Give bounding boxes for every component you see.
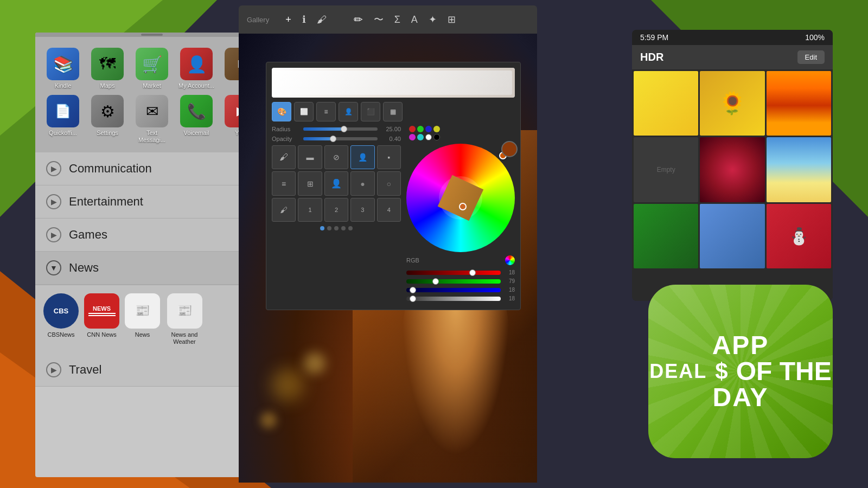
drawing-canvas[interactable]: 🎨 ⬜ ≡ 👤 ⬛ ▦ Radius 25.0 xyxy=(239,34,537,483)
grid-tool-btn[interactable]: ▦ xyxy=(383,102,403,121)
color-swatch[interactable] xyxy=(501,141,518,157)
layers-icon[interactable]: ⊞ xyxy=(448,14,456,25)
radius-label: Radius xyxy=(272,126,299,132)
photo-cell[interactable] xyxy=(767,71,831,136)
brush-cell[interactable]: 🖌 xyxy=(272,198,296,222)
app-deal-text: APP DEAL $ OF THE DAY xyxy=(649,332,831,410)
gallery-label: Gallery xyxy=(247,16,269,24)
app-deal-line1: APP xyxy=(649,332,831,358)
category-games[interactable]: ▶ Games xyxy=(35,219,269,252)
app-voicemail[interactable]: 📞 Voicemail xyxy=(177,95,216,144)
chevron-down-icon: ▼ xyxy=(46,260,61,275)
color-wheel[interactable] xyxy=(406,144,515,252)
add-icon[interactable]: + xyxy=(285,14,291,25)
sigma-icon[interactable]: Σ xyxy=(394,14,400,25)
brush-icon[interactable]: 🖌 xyxy=(317,14,327,25)
rgb-b-row: 18 xyxy=(406,287,515,293)
color-picker-panel: 🎨 ⬜ ≡ 👤 ⬛ ▦ Radius 25.0 xyxy=(266,62,521,310)
rgb-b-slider[interactable] xyxy=(406,288,501,292)
paint-tool-btn[interactable]: 🎨 xyxy=(272,102,291,121)
rgb-sliders: 18 79 18 xyxy=(406,269,515,304)
brush-cell[interactable]: ▪ xyxy=(377,145,401,169)
ios-photos-panel: 5:59 PM 100% HDR Edit 🌻 Empty xyxy=(632,30,833,301)
brush-cell-selected[interactable]: 👤 xyxy=(350,145,374,169)
photo-cell-empty[interactable]: Empty xyxy=(634,137,698,202)
brush-cell[interactable]: 1 xyxy=(298,198,322,222)
tool-buttons-row: 🎨 ⬜ ≡ 👤 ⬛ ▦ xyxy=(272,102,515,121)
brush-cell[interactable]: ● xyxy=(350,171,374,195)
app-market[interactable]: 🛒 Market xyxy=(132,48,171,89)
category-entertainment[interactable]: ▶ Entertainment xyxy=(35,185,269,219)
brush-cell[interactable]: 3 xyxy=(350,198,374,222)
brush-cell[interactable]: 2 xyxy=(324,198,348,222)
drawing-app-panel: Gallery + ℹ 🖌 ✏ 〜 Σ A ✦ ⊞ xyxy=(239,5,537,483)
rgb-r-slider[interactable] xyxy=(406,271,501,275)
news-apps-row: CBS CBSNews NEWS CNN News 📰 News xyxy=(35,285,269,354)
app-text-messaging[interactable]: ✉ Text Messagi... xyxy=(132,95,171,144)
chevron-right-icon: ▶ xyxy=(46,362,61,377)
brush-cell[interactable]: ○ xyxy=(377,171,401,195)
brush-cell[interactable]: 🖌 xyxy=(272,145,296,169)
rgb-g-value: 79 xyxy=(504,278,515,284)
opacity-slider-track[interactable] xyxy=(303,137,378,140)
brush-grid: 🖌 ▬ ⊘ 👤 ▪ ≡ ⊞ 👤 ● ○ 🖌 1 2 xyxy=(272,145,401,222)
brush-cell[interactable]: ▬ xyxy=(298,145,322,169)
ios-header-title: HDR xyxy=(640,51,663,63)
color-center-dot[interactable] xyxy=(459,203,467,210)
app-deal-line4: DAY xyxy=(649,384,831,410)
opacity-label: Opacity xyxy=(272,136,299,142)
brush-cell[interactable]: ≡ xyxy=(272,171,296,195)
app-news-weather[interactable]: 📰 News and Weather xyxy=(165,293,203,345)
rgb-a-slider[interactable] xyxy=(406,297,501,301)
person-tool-btn[interactable]: 👤 xyxy=(339,102,358,121)
ios-status-bar: 5:59 PM 100% xyxy=(632,30,833,45)
photo-cell[interactable] xyxy=(700,137,764,202)
color-mode-btn[interactable] xyxy=(505,255,515,265)
app-settings[interactable]: ⚙ Settings xyxy=(88,95,127,144)
curve-icon[interactable]: 〜 xyxy=(374,13,384,26)
pencil-icon[interactable]: ✏ xyxy=(354,13,363,26)
app-deal-badge[interactable]: APP DEAL $ OF THE DAY xyxy=(648,285,833,458)
opacity-slider-row: Opacity 0.40 xyxy=(272,136,401,142)
ios-time: 5:59 PM xyxy=(640,33,668,42)
stamp-tool-btn[interactable]: ⬜ xyxy=(294,102,314,121)
photo-cell[interactable] xyxy=(767,137,831,202)
app-deal-middle-row: DEAL $ OF THE xyxy=(649,358,831,384)
rgb-r-value: 18 xyxy=(504,269,515,275)
star-icon[interactable]: ✦ xyxy=(429,14,437,25)
photo-cell[interactable]: ⛄ xyxy=(767,204,831,268)
app-deal-line3: OF THE xyxy=(736,358,832,384)
app-maps[interactable]: 🗺 Maps xyxy=(88,48,127,89)
text-list-btn[interactable]: ≡ xyxy=(316,102,336,121)
app-quickoffice[interactable]: 📄 Quickoffi... xyxy=(43,95,82,144)
ios-edit-button[interactable]: Edit xyxy=(797,50,825,64)
photo-cell[interactable] xyxy=(634,204,698,268)
opacity-value: 0.40 xyxy=(382,136,401,142)
picker-right: RGB 18 xyxy=(406,126,515,304)
brush-cell[interactable]: ⊞ xyxy=(298,171,322,195)
app-kindle[interactable]: 📚 Kindle xyxy=(43,48,82,89)
info-icon[interactable]: ℹ xyxy=(302,14,306,25)
app-cbsnews[interactable]: CBS CBSNews xyxy=(43,293,79,345)
frame-tool-btn[interactable]: ⬛ xyxy=(361,102,380,121)
category-travel[interactable]: ▶ Travel xyxy=(35,354,269,387)
photo-cell[interactable]: 🌻 xyxy=(700,71,764,136)
photo-cell[interactable] xyxy=(700,204,764,268)
category-news[interactable]: ▼ News xyxy=(35,252,269,285)
category-communication[interactable]: ▶ Communication xyxy=(35,152,269,185)
ios-battery: 100% xyxy=(805,33,825,42)
app-my-account[interactable]: 👤 My Account... xyxy=(177,48,216,89)
brush-cell[interactable]: ⊘ xyxy=(324,145,348,169)
radius-slider-track[interactable] xyxy=(303,127,378,131)
app-cnn-news[interactable]: NEWS CNN News xyxy=(84,293,119,345)
drawing-toolbar: Gallery + ℹ 🖌 ✏ 〜 Σ A ✦ ⊞ xyxy=(239,5,537,34)
photo-cell[interactable] xyxy=(634,71,698,136)
ios-header: HDR Edit xyxy=(632,45,833,69)
brush-cell[interactable]: 👤 xyxy=(324,171,348,195)
rgb-g-slider[interactable] xyxy=(406,279,501,284)
category-list: ▶ Communication ▶ Entertainment ▶ Games … xyxy=(35,152,269,387)
app-news[interactable]: 📰 News xyxy=(125,293,160,345)
brush-cell[interactable]: 4 xyxy=(377,198,401,222)
text-icon[interactable]: A xyxy=(411,14,418,25)
radius-slider-row: Radius 25.00 xyxy=(272,126,401,132)
